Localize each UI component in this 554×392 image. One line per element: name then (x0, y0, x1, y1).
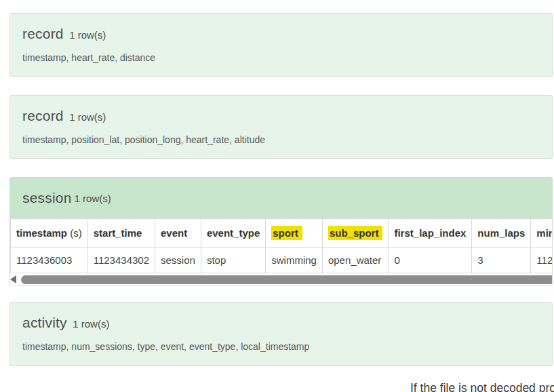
horizontal-scrollbar[interactable] (10, 273, 552, 286)
message-card-activity[interactable]: activity 1 row(s) timestamp, num_session… (9, 302, 553, 366)
session-table: timestamp (s)start_timeeventevent_typesp… (10, 218, 552, 273)
column-header-start_time: start_time (87, 219, 155, 248)
column-header-event: event (155, 219, 201, 248)
column-header-event_type: event_type (201, 219, 265, 248)
card-row-count: 1 row(s) (69, 29, 106, 41)
card-header: activity 1 row(s) (22, 315, 540, 331)
column-header-first_lap_index: first_lap_index (389, 219, 472, 248)
message-card-record-2[interactable]: record 1 row(s) timestamp, position_lat,… (9, 95, 553, 159)
card-field-list: timestamp, position_lat, position_long, … (22, 134, 540, 145)
card-header: record 1 row(s) (22, 108, 540, 124)
card-field-list: timestamp, num_sessions, type, event, ev… (22, 341, 540, 352)
card-row-count: 1 row(s) (69, 111, 106, 123)
session-header-row: timestamp (s)start_timeeventevent_typesp… (11, 219, 553, 248)
cell-num_laps: 3 (472, 248, 531, 273)
column-header-min_heart_rate: min_heart_rate (531, 219, 552, 248)
scrollbar-thumb[interactable] (21, 275, 553, 284)
column-header-num_laps: num_laps (472, 219, 531, 248)
card-field-list: timestamp, heart_rate, distance (22, 52, 540, 63)
column-header-sub_sport: sub_sport (322, 219, 389, 248)
fit-file-viewer-page: record 1 row(s) timestamp, heart_rate, d… (0, 0, 554, 392)
column-header-sport: sport (266, 219, 323, 248)
cell-start_time: 1123434302 (87, 248, 155, 273)
scroll-left-arrow-icon[interactable] (10, 275, 16, 283)
cell-event_type: stop (201, 248, 265, 273)
cell-first_lap_index: 0 (389, 248, 472, 273)
card-title: record (22, 26, 64, 41)
card-title: activity (22, 315, 67, 330)
cell-event: session (155, 248, 201, 273)
cell-min_heart_rate: 112 (531, 248, 552, 273)
column-header-timestamp: timestamp (s) (11, 219, 88, 248)
message-card-record-1[interactable]: record 1 row(s) timestamp, heart_rate, d… (9, 13, 553, 77)
session-data-row: 11234360031123434302sessionstopswimmingo… (11, 248, 553, 273)
card-row-count: 1 row(s) (73, 318, 109, 330)
card-title: session (22, 190, 72, 206)
card-title: record (22, 108, 64, 123)
cell-sport: swimming (266, 248, 323, 273)
card-row-count: 1 row(s) (75, 193, 111, 204)
message-card-session: session 1 row(s) timestamp (s)start_time… (9, 177, 553, 286)
card-header: record 1 row(s) (22, 26, 540, 42)
decode-warning-text: If the file is not decoded pro (410, 381, 554, 392)
cell-timestamp: 1123436003 (11, 248, 88, 273)
session-card-header[interactable]: session 1 row(s) (10, 178, 552, 218)
session-table-scroll-area[interactable]: timestamp (s)start_timeeventevent_typesp… (10, 218, 552, 273)
cell-sub_sport: open_water (322, 248, 389, 273)
